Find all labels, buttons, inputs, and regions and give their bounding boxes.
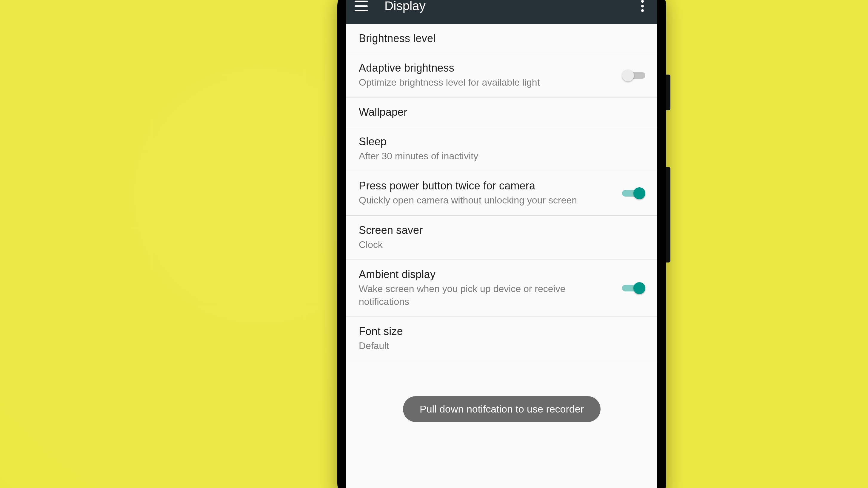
toast-message: Pull down notifcation to use recorder — [403, 396, 600, 422]
setting-title: Brightness level — [359, 32, 645, 45]
phone-screen: Display Brightness level Adaptive bright… — [346, 0, 657, 488]
setting-title: Font size — [359, 325, 645, 338]
setting-subtitle: Default — [359, 339, 580, 352]
setting-title: Sleep — [359, 135, 645, 148]
setting-adaptive-brightness[interactable]: Adaptive brightness Optimize brightness … — [346, 54, 657, 98]
ambient-display-switch[interactable] — [622, 282, 645, 294]
menu-icon[interactable] — [353, 0, 369, 14]
overflow-menu-icon[interactable] — [637, 0, 648, 13]
setting-title: Screen saver — [359, 224, 645, 236]
setting-brightness-level[interactable]: Brightness level — [346, 24, 657, 54]
setting-title: Ambient display — [359, 268, 616, 281]
setting-sleep[interactable]: Sleep After 30 minutes of inactivity — [346, 127, 657, 171]
setting-subtitle: Clock — [359, 238, 580, 251]
phone-power-button — [666, 74, 671, 110]
setting-subtitle: After 30 minutes of inactivity — [359, 150, 580, 163]
setting-subtitle: Optimize brightness level for available … — [359, 76, 580, 89]
setting-subtitle: Wake screen when you pick up device or r… — [359, 283, 580, 308]
setting-title: Press power button twice for camera — [359, 180, 616, 192]
setting-wallpaper[interactable]: Wallpaper — [346, 98, 657, 127]
adaptive-brightness-switch[interactable] — [622, 69, 645, 82]
page-title: Display — [384, 0, 426, 13]
phone-frame: Display Brightness level Adaptive bright… — [337, 0, 666, 488]
setting-power-button-camera[interactable]: Press power button twice for camera Quic… — [346, 171, 657, 215]
setting-font-size[interactable]: Font size Default — [346, 317, 657, 361]
setting-subtitle: Quickly open camera without unlocking yo… — [359, 194, 580, 207]
setting-screen-saver[interactable]: Screen saver Clock — [346, 216, 657, 260]
setting-title: Wallpaper — [359, 106, 645, 119]
app-bar: Display — [346, 0, 657, 24]
settings-list: Brightness level Adaptive brightness Opt… — [346, 24, 657, 361]
phone-volume-button — [666, 167, 671, 262]
setting-ambient-display[interactable]: Ambient display Wake screen when you pic… — [346, 260, 657, 317]
setting-title: Adaptive brightness — [359, 62, 616, 74]
power-button-camera-switch[interactable] — [622, 187, 645, 200]
